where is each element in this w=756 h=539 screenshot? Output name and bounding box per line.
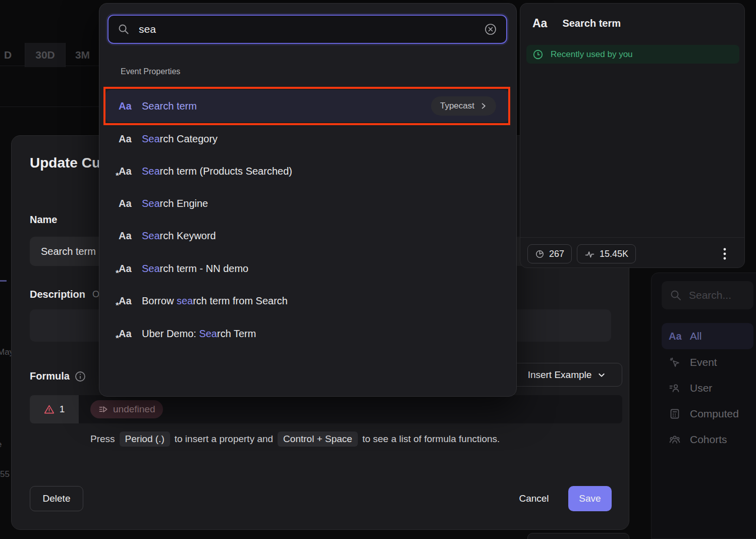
property-name: Search Category [142, 133, 218, 145]
filter-item-label: Event [690, 356, 717, 368]
info-icon[interactable] [75, 371, 86, 382]
volume-value: 15.45K [600, 249, 628, 259]
property-search-input[interactable]: sea [107, 15, 507, 44]
property-name: Search term - NN demo [142, 263, 248, 275]
text-property-icon: Aa [669, 331, 682, 342]
formula-label: Formula [30, 370, 86, 382]
search-query: sea [139, 23, 484, 35]
result-row-search-category[interactable]: Aa Search Category [105, 123, 509, 155]
chart-line-fragment [0, 280, 7, 282]
detail-stats: 267 15.45K [527, 244, 636, 263]
filter-search-placeholder: Search... [689, 289, 731, 301]
text-property-icon: Aa [119, 100, 136, 112]
property-name: Search Engine [142, 198, 208, 209]
time-range-selector: D 30D 3M [0, 43, 100, 67]
error-line-number: 1 [60, 404, 65, 415]
formula-editor[interactable]: 1 undefined [30, 395, 622, 423]
formula-input-area[interactable]: undefined [79, 395, 622, 423]
name-value: Search term [41, 246, 96, 257]
save-button[interactable]: Save [568, 486, 612, 511]
property-name: Borrow search term from Search [142, 295, 288, 307]
recently-used-badge: Recently used by you [526, 45, 739, 64]
property-detail-panel: Aa Search term Recently used by you 267 … [520, 3, 745, 268]
chart-axis-label: e [0, 440, 2, 450]
warning-icon [44, 404, 55, 415]
volume-pill[interactable]: 15.45K [577, 244, 636, 263]
filter-item-event[interactable]: Event [662, 349, 753, 375]
time-range-7d[interactable]: D [0, 43, 25, 67]
cardinality-value: 267 [549, 249, 564, 259]
user-icon [669, 382, 682, 394]
insert-example-button[interactable]: Insert Example [511, 363, 622, 387]
typecast-button[interactable]: Typecast [431, 96, 496, 116]
time-range-30d[interactable]: 30D [25, 43, 66, 67]
time-range-3m[interactable]: 3M [66, 43, 100, 67]
filter-search-input[interactable]: Search... [662, 281, 753, 309]
formula-error-gutter: 1 [30, 395, 79, 423]
custom-text-property-icon: Aa* [119, 328, 136, 340]
text-property-icon: Aa [532, 17, 547, 30]
filter-item-all[interactable]: Aa All [662, 323, 753, 349]
hint-text: to insert a property and [175, 434, 273, 445]
pulse-icon [584, 249, 595, 259]
delete-button[interactable]: Delete [30, 486, 83, 511]
result-row-search-term-nn-demo[interactable]: Aa* Search term - NN demo [105, 252, 509, 285]
typecast-label: Typecast [440, 101, 474, 111]
divider [520, 237, 744, 238]
hint-text: to see a list of formula functions. [362, 434, 500, 445]
result-row-search-keyword[interactable]: Aa Search Keyword [105, 220, 509, 252]
clock-icon [532, 49, 544, 60]
event-icon [669, 356, 682, 368]
more-options-icon[interactable] [717, 246, 732, 261]
recently-used-label: Recently used by you [551, 49, 633, 60]
filter-item-label: All [690, 330, 701, 342]
filter-item-computed[interactable]: Computed [662, 401, 753, 427]
chart-axis-label: 55 [0, 469, 10, 479]
search-icon [670, 289, 682, 301]
chevron-right-icon [480, 102, 487, 110]
insert-example-label: Insert Example [528, 369, 592, 381]
result-row-uber-demo-search-term[interactable]: Aa* Uber Demo: Search Term [105, 317, 509, 350]
description-label-text: Description [30, 289, 85, 300]
custom-text-property-icon: Aa* [119, 166, 136, 177]
result-row-search-term-products[interactable]: Aa* Search term (Products Searched) [105, 155, 509, 187]
background-panel-edge [527, 533, 629, 539]
section-label: Event Properties [121, 67, 180, 76]
calculator-icon [669, 408, 682, 420]
property-name: Search term [142, 100, 197, 112]
undefined-label: undefined [113, 404, 155, 415]
property-name: Uber Demo: Search Term [142, 328, 256, 340]
result-row-borrow-search-term[interactable]: Aa* Borrow search term from Search [105, 285, 509, 317]
kbd-period: Period (.) [120, 432, 170, 447]
cohorts-icon [669, 434, 682, 446]
text-property-icon: Aa [119, 230, 136, 242]
filter-item-label: Cohorts [690, 434, 727, 446]
property-filter-panel: Search... Aa All Event User [651, 273, 756, 539]
formula-token-undefined[interactable]: undefined [90, 400, 163, 418]
formula-label-text: Formula [30, 370, 70, 382]
result-row-search-engine[interactable]: Aa Search Engine [105, 187, 509, 220]
filter-item-cohorts[interactable]: Cohorts [662, 426, 753, 453]
property-search-dropdown: sea Event Properties Aa Search term Type… [99, 3, 517, 397]
result-row-search-term[interactable]: Aa Search term Typecast [105, 90, 509, 122]
app-window: D 30D 3M May e 55 Update Cu Name Search … [0, 0, 756, 539]
kbd-control-space: Control + Space [278, 432, 358, 447]
property-name: Search Keyword [142, 230, 216, 242]
clear-search-icon[interactable] [484, 23, 497, 36]
filter-item-label: Computed [690, 408, 739, 420]
custom-text-property-icon: Aa* [119, 295, 136, 307]
detail-title: Search term [562, 18, 621, 29]
filter-item-label: User [690, 382, 712, 394]
detail-header: Aa Search term [532, 17, 621, 30]
event-property-icon [98, 404, 109, 414]
chart-gridline [0, 106, 99, 107]
chevron-down-icon [598, 371, 606, 379]
pie-chart-icon [535, 249, 545, 259]
cancel-button[interactable]: Cancel [506, 486, 562, 511]
cardinality-pill[interactable]: 267 [527, 244, 572, 263]
custom-text-property-icon: Aa* [119, 263, 136, 275]
filter-item-user[interactable]: User [662, 375, 753, 401]
text-property-icon: Aa [119, 198, 136, 209]
name-label: Name [30, 214, 57, 226]
hint-text: Press [90, 434, 115, 445]
